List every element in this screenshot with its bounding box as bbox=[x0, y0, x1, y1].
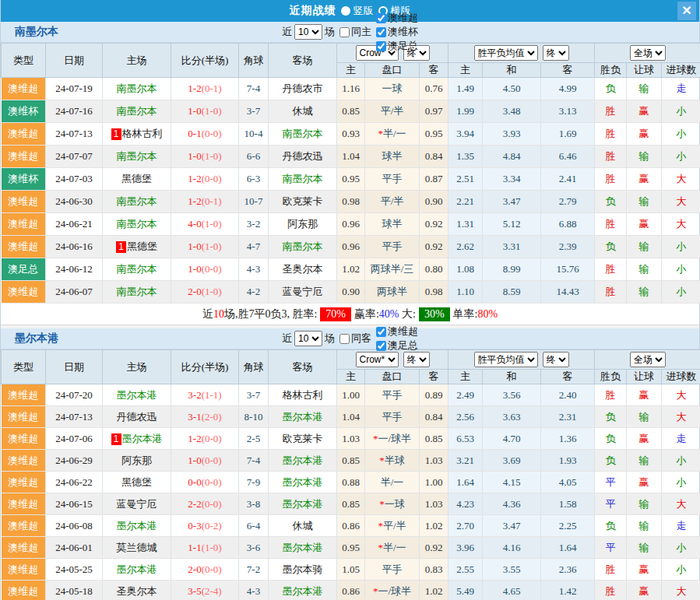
handicap-result-cell: 赢 bbox=[627, 428, 662, 450]
wdl-result-cell: 胜 bbox=[595, 123, 627, 146]
date-cell: 24-07-07 bbox=[46, 146, 103, 168]
home-team-cell: 圣奥尔本 bbox=[103, 581, 171, 600]
avg-draw-cell: 3.69 bbox=[483, 450, 541, 472]
match-row: 澳维超24-06-29阿东那1-0(0-0)7-4墨尔本港0.85*半球1.03… bbox=[2, 450, 700, 472]
wdl-result-cell: 胜 bbox=[595, 258, 627, 281]
goals-result-cell: 大 bbox=[662, 384, 700, 406]
goals-result-cell: 小 bbox=[662, 559, 700, 581]
avg-type-select[interactable]: 胜平负均值 bbox=[474, 352, 538, 367]
wdl-result-cell: 负 bbox=[595, 78, 627, 100]
match-count-select[interactable]: 10 bbox=[294, 331, 322, 346]
league-filter-checkbox[interactable] bbox=[376, 13, 386, 23]
avg-home-cell: 2.51 bbox=[448, 168, 483, 191]
avg-home-cell: 1.35 bbox=[448, 146, 483, 168]
near-label: 近 bbox=[282, 332, 292, 346]
wdl-result-cell: 平 bbox=[595, 472, 627, 493]
league-filter-checkbox[interactable] bbox=[376, 327, 386, 337]
avg-away-cell: 2.25 bbox=[541, 515, 595, 537]
col-header-corners: 角球 bbox=[239, 44, 269, 78]
wdl-result-cell: 负 bbox=[595, 428, 627, 450]
home-odds-cell: 1.04 bbox=[337, 406, 365, 428]
goals-result-cell: 大 bbox=[662, 493, 700, 515]
scope-select[interactable]: 全场 bbox=[630, 45, 666, 61]
wdl-result-cell: 平 bbox=[595, 493, 627, 515]
wdl-result-cell: 胜 bbox=[595, 168, 627, 191]
handicap-cell: 平手 bbox=[365, 406, 420, 428]
handicap-result-cell: 赢 bbox=[627, 581, 662, 600]
handicap-cell: *半/一 bbox=[365, 537, 420, 559]
home-odds-cell: 0.85 bbox=[337, 100, 365, 123]
handicap-result-cell: 赢 bbox=[627, 472, 662, 493]
league-filter[interactable]: 澳足总 bbox=[376, 39, 418, 53]
goals-result-cell: 走 bbox=[662, 515, 700, 537]
handicap-result-cell: 输 bbox=[627, 515, 662, 537]
handicap-result-cell: 赢 bbox=[627, 213, 662, 236]
league-badge-cell: 澳维超 bbox=[2, 123, 46, 146]
handicap-result-cell: 输 bbox=[627, 493, 662, 515]
home-odds-cell: 1.05 bbox=[337, 559, 365, 581]
home-team-cell: 蓝曼宁厄 bbox=[103, 493, 171, 515]
close-icon[interactable]: ✕ bbox=[677, 2, 696, 20]
avg-draw-cell: 3.56 bbox=[483, 384, 541, 406]
home-odds-cell: 0.96 bbox=[337, 236, 365, 258]
team-name: 南墨尔本 bbox=[15, 25, 58, 39]
corners-cell: 7-9 bbox=[239, 472, 269, 493]
avg-type-select[interactable]: 胜平负均值 bbox=[474, 45, 538, 61]
same-venue-filter[interactable]: 同主 bbox=[339, 25, 371, 39]
col-header-odds-away: 客 bbox=[420, 63, 448, 78]
league-filter[interactable]: 澳维超 bbox=[376, 325, 418, 339]
home-odds-cell: 0.86 bbox=[337, 515, 365, 537]
home-team-cell: 黑德堡 bbox=[103, 472, 171, 493]
match-count-select[interactable]: 10 bbox=[294, 24, 322, 40]
col-header-home: 主场 bbox=[103, 44, 171, 78]
handicap-result-cell: 输 bbox=[627, 191, 662, 213]
avg-period-select[interactable]: 终 bbox=[543, 45, 569, 61]
avg-away-cell: 2.79 bbox=[541, 191, 595, 213]
avg-period-select[interactable]: 终 bbox=[543, 352, 569, 367]
corners-cell: 3-7 bbox=[239, 100, 269, 123]
home-odds-cell: 0.85 bbox=[337, 493, 365, 515]
league-filter-checkbox[interactable] bbox=[376, 341, 386, 351]
bookmaker-period-select[interactable]: 终 bbox=[403, 352, 430, 367]
match-row: 澳维超24-07-13丹德农迅3-1(2-0)8-10墨尔本港1.04平手0.8… bbox=[2, 406, 700, 428]
goals-result-cell: 大 bbox=[662, 168, 700, 191]
league-filters: 澳维超澳足总 bbox=[371, 325, 418, 353]
same-venue-checkbox[interactable] bbox=[339, 27, 350, 37]
red-1-icon: 1 bbox=[111, 433, 121, 445]
goals-result-cell: 大 bbox=[662, 191, 700, 213]
avg-away-cell: 1.64 bbox=[541, 537, 595, 559]
col-header-goals: 进球数 bbox=[662, 63, 700, 78]
league-filter[interactable]: 澳足总 bbox=[376, 339, 418, 353]
league-filter[interactable]: 澳维杯 bbox=[376, 25, 418, 39]
corners-cell: 6-3 bbox=[239, 168, 269, 191]
scope-select[interactable]: 全场 bbox=[630, 352, 666, 367]
away-team-cell: 南墨尔本 bbox=[269, 123, 337, 146]
wdl-result-cell: 负 bbox=[595, 515, 627, 537]
col-header-avg-away: 客 bbox=[541, 63, 595, 78]
home-team-cell: 黑德堡 bbox=[103, 168, 171, 191]
score-cell: 1-0(1-0) bbox=[171, 146, 239, 168]
league-filter-checkbox[interactable] bbox=[376, 41, 386, 51]
corners-cell: 10-4 bbox=[239, 123, 269, 146]
league-filter-checkbox[interactable] bbox=[376, 27, 386, 37]
match-row: 澳维超24-05-25墨尔本港2-0(0-0)7-2墨尔本骑1.05平手0.83… bbox=[2, 559, 700, 581]
same-venue-checkbox[interactable] bbox=[339, 334, 350, 344]
home-team-cell: 1格林古利 bbox=[103, 123, 171, 146]
near-label: 近 bbox=[282, 25, 292, 39]
away-team-cell: 墨尔本骑 bbox=[269, 559, 337, 581]
col-header-wdl: 胜负 bbox=[595, 370, 627, 384]
avg-home-cell: 6.53 bbox=[448, 428, 483, 450]
corners-cell: 3-8 bbox=[239, 493, 269, 515]
same-venue-filter[interactable]: 同客 bbox=[339, 332, 371, 346]
avg-draw-cell: 8.59 bbox=[483, 281, 541, 304]
results-table: 类型 日期 主场 比分(半场) 角球 客场 Crow*终 胜平负均值终 全场 bbox=[1, 43, 700, 304]
bookmaker-select[interactable]: Crow* bbox=[356, 352, 399, 367]
corners-cell: 3-2 bbox=[239, 213, 269, 236]
match-row: 澳维杯24-07-16南墨尔本1-0(1-0)3-7休城0.85平/半0.971… bbox=[2, 100, 700, 123]
away-odds-cell: 1.02 bbox=[420, 515, 448, 537]
games-label: 场 bbox=[325, 332, 335, 346]
away-team-cell: 欧克莱卡 bbox=[269, 191, 337, 213]
home-team-cell: 莫兰德城 bbox=[103, 537, 171, 559]
league-filter[interactable]: 澳维超 bbox=[376, 11, 418, 25]
summary-segment: 30% bbox=[419, 307, 450, 321]
